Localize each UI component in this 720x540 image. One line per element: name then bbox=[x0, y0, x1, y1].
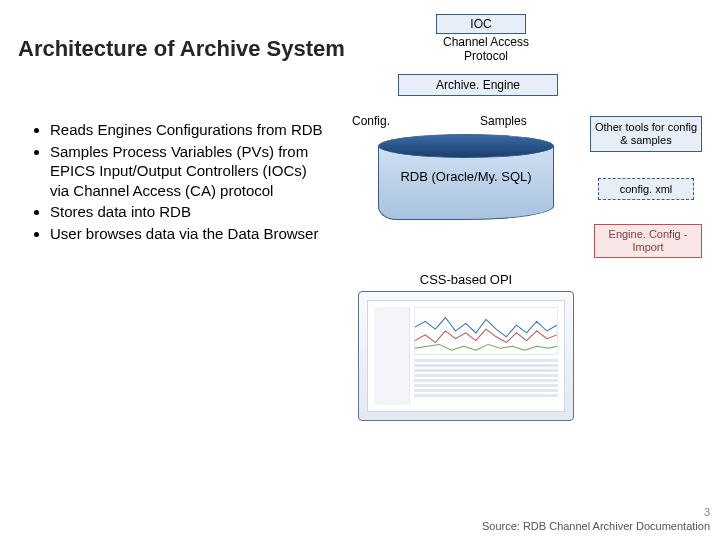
engine-config-import-box: Engine. Config -Import bbox=[594, 224, 702, 258]
opi-window bbox=[367, 300, 565, 412]
opi-screenshot bbox=[358, 291, 574, 421]
archive-engine-box: Archive. Engine bbox=[398, 74, 558, 96]
table-row bbox=[414, 374, 558, 377]
data-browser-chart bbox=[414, 307, 558, 355]
table-row bbox=[414, 359, 558, 362]
table-row bbox=[414, 394, 558, 397]
other-tools-box: Other tools for config & samples bbox=[590, 116, 702, 152]
page-number: 3 bbox=[704, 506, 710, 518]
rdb-cylinder: RDB (Oracle/My. SQL) bbox=[378, 134, 554, 220]
table-row bbox=[414, 364, 558, 367]
opi-panel: CSS-based OPI bbox=[358, 272, 574, 421]
bullet-item: User browses data via the Data Browser bbox=[50, 224, 326, 244]
tree-panel bbox=[374, 307, 410, 405]
config-xml-box: config. xml bbox=[598, 178, 694, 200]
config-arrow-label: Config. bbox=[352, 114, 390, 128]
bullet-item: Stores data into RDB bbox=[50, 202, 326, 222]
rdb-label: RDB (Oracle/My. SQL) bbox=[378, 170, 554, 185]
slide-title: Architecture of Archive System bbox=[18, 36, 345, 62]
bullet-item: Samples Process Variables (PVs) from EPI… bbox=[50, 142, 326, 201]
table-row bbox=[414, 384, 558, 387]
bullet-list: Reads Engines Configurations from RDB Sa… bbox=[36, 120, 326, 245]
table-row bbox=[414, 369, 558, 372]
cylinder-top bbox=[378, 134, 554, 158]
bullet-item: Reads Engines Configurations from RDB bbox=[50, 120, 326, 140]
table-row bbox=[414, 389, 558, 392]
samples-arrow-label: Samples bbox=[480, 114, 527, 128]
channel-access-label: Channel Access Protocol bbox=[426, 36, 546, 64]
ioc-box: IOC bbox=[436, 14, 526, 34]
source-citation: Source: RDB Channel Archiver Documentati… bbox=[482, 520, 710, 532]
opi-label: CSS-based OPI bbox=[358, 272, 574, 287]
opi-table bbox=[414, 359, 558, 405]
table-row bbox=[414, 379, 558, 382]
